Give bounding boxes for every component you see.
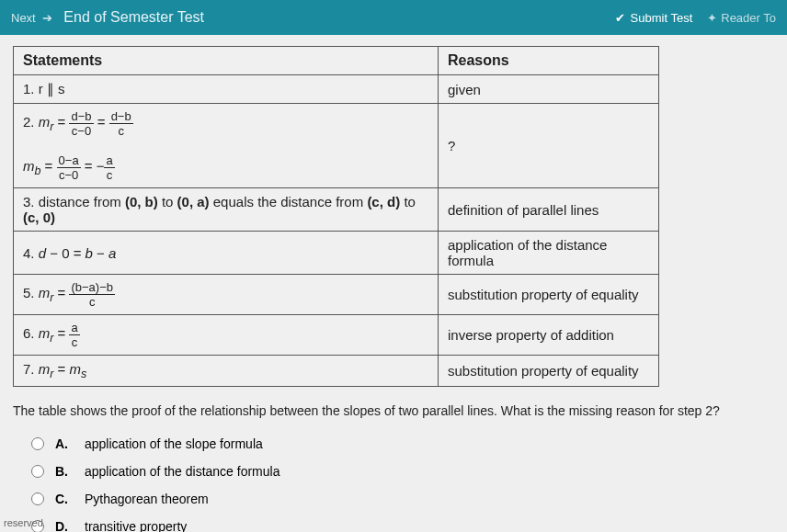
- table-row: 1. r ∥ s given: [14, 75, 659, 104]
- option-letter: D.: [55, 519, 74, 532]
- reader-label: Reader To: [721, 11, 776, 25]
- reason-cell: substitution property of equality: [439, 356, 659, 387]
- radio-c[interactable]: [31, 492, 44, 505]
- option-text: Pythagorean theorem: [85, 492, 209, 506]
- radio-a[interactable]: [31, 437, 44, 450]
- table-row: 4. d − 0 = b − a application of the dist…: [14, 232, 659, 275]
- option-letter: B.: [55, 464, 74, 479]
- statements-header: Statements: [14, 47, 439, 75]
- table-row: 3. distance from (0, b) to (0, a) equals…: [14, 188, 659, 232]
- header-bar: Next ➔ End of Semester Test ✔ Submit Tes…: [0, 0, 787, 35]
- content-area: Statements Reasons 1. r ∥ s given 2. mr …: [0, 35, 787, 532]
- proof-table: Statements Reasons 1. r ∥ s given 2. mr …: [13, 46, 659, 387]
- arrow-right-icon: ➔: [42, 11, 52, 25]
- reason-cell: application of the distance formula: [439, 232, 659, 275]
- header-left: Next ➔ End of Semester Test: [11, 9, 615, 26]
- table-header-row: Statements Reasons: [14, 47, 659, 75]
- table-row: 2. mr = d−bc−0 = d−bc mb = 0−ac−0 = −ac …: [14, 104, 659, 188]
- reader-tools-button[interactable]: ✦ Reader To: [707, 11, 776, 25]
- test-title: End of Semester Test: [63, 9, 204, 26]
- reason-cell: ?: [439, 104, 659, 188]
- statement-cell: 4. d − 0 = b − a: [14, 232, 439, 275]
- statement-cell: 7. mr = ms: [14, 356, 439, 387]
- statement-cell: 5. mr = (b−a)−bc: [14, 275, 439, 315]
- option-text: transitive property: [85, 519, 187, 532]
- reason-cell: inverse property of addition: [439, 315, 659, 356]
- table-row: 6. mr = ac inverse property of addition: [14, 315, 659, 356]
- next-button[interactable]: Next ➔: [11, 11, 52, 25]
- statement-cell: 6. mr = ac: [14, 315, 439, 356]
- reason-cell: given: [439, 75, 659, 104]
- check-icon: ✔: [615, 11, 625, 25]
- statement-cell: 1. r ∥ s: [14, 75, 439, 104]
- submit-label: Submit Test: [631, 11, 693, 25]
- option-a[interactable]: A. application of the slope formula: [31, 436, 774, 451]
- statement-cell: 3. distance from (0, b) to (0, a) equals…: [14, 188, 439, 232]
- submit-button[interactable]: ✔ Submit Test: [615, 11, 693, 25]
- options-list: A. application of the slope formula B. a…: [13, 436, 774, 532]
- radio-b[interactable]: [31, 465, 44, 478]
- table-row: 5. mr = (b−a)−bc substitution property o…: [14, 275, 659, 315]
- table-row: 7. mr = ms substitution property of equa…: [14, 356, 659, 387]
- reason-cell: substitution property of equality: [439, 275, 659, 315]
- statement-cell: 2. mr = d−bc−0 = d−bc mb = 0−ac−0 = −ac: [14, 104, 439, 188]
- option-letter: A.: [55, 436, 74, 451]
- option-d[interactable]: D. transitive property: [31, 519, 774, 532]
- wand-icon: ✦: [707, 11, 717, 25]
- header-right: ✔ Submit Test ✦ Reader To: [615, 11, 776, 25]
- next-label: Next: [11, 11, 36, 25]
- option-letter: C.: [55, 492, 74, 506]
- option-text: application of the distance formula: [85, 464, 279, 479]
- option-b[interactable]: B. application of the distance formula: [31, 464, 774, 479]
- reason-cell: definition of parallel lines: [439, 188, 659, 232]
- question-text: The table shows the proof of the relatio…: [13, 403, 774, 418]
- reasons-header: Reasons: [439, 47, 659, 75]
- footer-text: reserved: [4, 517, 43, 528]
- option-c[interactable]: C. Pythagorean theorem: [31, 492, 774, 506]
- option-text: application of the slope formula: [85, 436, 263, 451]
